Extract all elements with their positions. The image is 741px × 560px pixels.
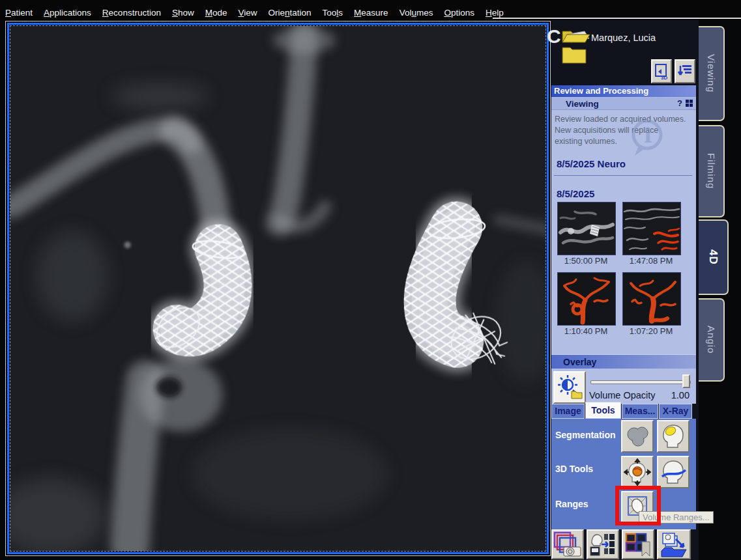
- thumbnail-4-time: 1:07:20 PM: [622, 326, 680, 336]
- task-tab-filming[interactable]: Filming: [699, 125, 725, 217]
- menu-reconstruction[interactable]: Reconstruction: [102, 8, 161, 18]
- sort-order-button[interactable]: [675, 59, 695, 83]
- task-tab-strip: Viewing Filming 4D Angio: [699, 23, 738, 414]
- patient-folder-icons: [561, 27, 591, 67]
- c-arm-icon: C: [547, 25, 561, 48]
- study-divider: [554, 175, 692, 176]
- sidebar: C Marquez, Lucia 3D Review and: [551, 20, 699, 560]
- overlay-section-header: Overlay: [551, 354, 696, 369]
- export-grid-icon: [588, 531, 617, 557]
- sort-order-icon: [677, 63, 693, 80]
- menu-show[interactable]: Show: [172, 8, 194, 18]
- menu-view[interactable]: View: [238, 8, 257, 18]
- clip-plane-button[interactable]: [657, 456, 690, 488]
- pan-rotate-icon: [624, 458, 651, 486]
- head-highlight-icon: [660, 423, 687, 450]
- opacity-slider-handle[interactable]: [682, 374, 690, 388]
- help-icon[interactable]: ?: [677, 98, 682, 108]
- window-layout-icon: [624, 531, 652, 557]
- task-tab-angio[interactable]: Angio: [699, 298, 725, 382]
- review-panel: Review and Processing Viewing ? Review l…: [551, 85, 696, 404]
- opacity-value: 1.00: [649, 390, 690, 400]
- menu-options[interactable]: Options: [444, 8, 474, 18]
- thumbnail-3[interactable]: [557, 272, 616, 326]
- object-segmentation-button[interactable]: [657, 420, 690, 453]
- thumbnail-4[interactable]: [622, 272, 681, 326]
- region-grow-button[interactable]: [621, 420, 654, 453]
- layout-grid-icon[interactable]: [686, 100, 693, 107]
- menu-patient[interactable]: Patient: [5, 8, 33, 18]
- save-to-folder-icon: [659, 531, 689, 557]
- series-date: 8/5/2025: [557, 188, 594, 199]
- thumbnail-1[interactable]: [557, 202, 616, 255]
- tab-measurement[interactable]: Meas...: [622, 404, 658, 419]
- menu-volumes[interactable]: Volumes: [400, 8, 433, 18]
- tab-xray[interactable]: X-Ray: [659, 404, 692, 419]
- menu-tools[interactable]: Tools: [323, 8, 343, 18]
- menu-mode[interactable]: Mode: [205, 8, 227, 18]
- opacity-label: Volume Opacity: [589, 390, 656, 400]
- viewing-section-header: Viewing: [551, 98, 696, 110]
- menu-applications[interactable]: Applications: [44, 8, 91, 18]
- menu-orientation[interactable]: Orientation: [269, 8, 312, 18]
- tab-tools[interactable]: Tools: [585, 402, 621, 419]
- window-frame-line: [493, 18, 741, 19]
- segmentation-label: Segmentation: [555, 430, 616, 440]
- opacity-slider-track[interactable]: [590, 380, 691, 384]
- study-header: 8/5/2025 Neuro: [557, 158, 626, 169]
- svg-text:3D: 3D: [661, 75, 667, 80]
- thumbnail-2[interactable]: [622, 202, 681, 255]
- 3d-tools-label: 3D Tools: [555, 464, 593, 474]
- volume-rendering-canvas: [10, 26, 545, 551]
- volume-ranges-tooltip: Volume Ranges...: [639, 511, 714, 524]
- clip-plane-icon: [660, 458, 687, 486]
- task-tab-4d[interactable]: 4D: [699, 219, 729, 295]
- pan-rotate-button[interactable]: [621, 456, 654, 488]
- camera-snapshot-icon: [553, 531, 582, 557]
- viewport-selection-border: [7, 23, 549, 554]
- patient-name: Marquez, Lucia: [591, 33, 656, 43]
- menu-measure[interactable]: Measure: [354, 8, 388, 18]
- thumbnail-3-time: 1:10:40 PM: [557, 326, 615, 336]
- thumbnail-2-time: 1:47:08 PM: [622, 256, 680, 266]
- window-layout-button[interactable]: [622, 529, 654, 559]
- review-panel-header: Review and Processing: [551, 85, 696, 97]
- tab-image[interactable]: Image: [551, 404, 585, 419]
- brightness-sun-icon: [556, 374, 583, 401]
- task-tab-viewing[interactable]: Viewing: [699, 26, 725, 121]
- brightness-button[interactable]: [553, 371, 586, 404]
- thumbnail-1-time: 1:50:00 PM: [557, 256, 615, 266]
- render-viewport[interactable]: [5, 21, 551, 556]
- application-window: Patient Applications Reconstruction Show…: [0, 0, 741, 560]
- segmentation-blob-icon: [624, 423, 651, 450]
- svg-text:i: i: [644, 123, 652, 148]
- ranges-label: Ranges: [555, 499, 588, 509]
- volume-3d-button[interactable]: 3D: [651, 59, 672, 83]
- volume-3d-icon: 3D: [654, 63, 669, 80]
- snapshot-button[interactable]: [551, 529, 584, 559]
- export-to-grid-button[interactable]: [587, 529, 619, 559]
- info-watermark-icon: i: [628, 118, 669, 160]
- menu-help[interactable]: Help: [486, 8, 504, 18]
- save-to-folder-button[interactable]: [657, 529, 691, 559]
